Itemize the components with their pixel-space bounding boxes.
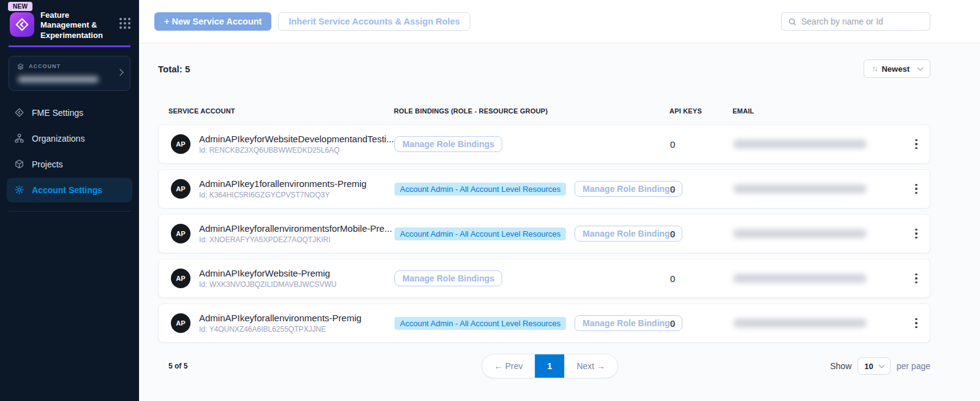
account-name-redacted: [18, 76, 99, 83]
kebab-menu-icon[interactable]: [911, 136, 921, 153]
sidebar-item-account-settings[interactable]: Account Settings: [7, 178, 132, 202]
service-account-id: Id: K364HIC5RI6GZGYCPVST7NOQ3Y: [199, 191, 366, 199]
per-page-label: per page: [897, 361, 930, 371]
column-api-keys: API KEYS: [657, 107, 733, 115]
sidebar: NEW Feature Management & Experimentation…: [0, 0, 139, 401]
sidebar-item-organizations[interactable]: Organizations: [7, 126, 132, 151]
service-account-id: Id: RENCKBZ3XQ6UBBWWEDKD25L6AQ: [199, 146, 394, 155]
service-account-id: Id: Y4OUNXZ46A6IBL6255QTPXJJNE: [199, 325, 361, 334]
api-keys-count: 0: [657, 139, 733, 150]
sidebar-nav: FME SettingsOrganizationsProjectsAccount…: [0, 101, 139, 202]
email-redacted: [733, 140, 867, 148]
brand-header: NEW Feature Management & Experimentation: [0, 0, 139, 40]
api-keys-count: 0: [657, 318, 733, 329]
show-label: Show: [830, 361, 851, 371]
service-account-name[interactable]: AdminAPIkeyforWebsite-Premig: [199, 268, 336, 278]
account-label: ACCOUNT: [29, 63, 61, 69]
search-icon: [788, 17, 797, 26]
column-role-bindings: ROLE BINDINGS (ROLE - RESOURCE GROUP): [394, 107, 657, 115]
role-binding-badge: Account Admin - All Account Level Resour…: [394, 183, 566, 196]
main-panel: + New Service Account Inherit Service Ac…: [139, 0, 980, 401]
org-chart-icon: [14, 133, 24, 143]
role-binding-badge: Account Admin - All Account Level Resour…: [394, 317, 566, 330]
email-redacted: [733, 185, 867, 193]
table-row: AP AdminAPIkeyforallenvironmentsforMobil…: [158, 214, 930, 253]
api-keys-count: 0: [657, 184, 733, 194]
api-keys-count: 0: [657, 229, 733, 239]
prev-page-button[interactable]: ← Prev: [482, 361, 535, 371]
service-account-name[interactable]: AdminAPIkeyforallenvironmentsforMobile-P…: [199, 223, 392, 234]
email-cell: [733, 229, 903, 238]
service-account-name[interactable]: AdminAPIkeyforWebsiteDevelopmentandTesti…: [199, 134, 394, 144]
sidebar-item-fme-settings[interactable]: FME Settings: [7, 101, 132, 125]
service-account-id: Id: XNOERAFYYA5XPDEZ7AOQTJKIRI: [199, 235, 392, 244]
new-badge: NEW: [8, 2, 32, 11]
sidebar-item-projects[interactable]: Projects: [7, 152, 132, 177]
kebab-menu-icon[interactable]: [911, 180, 921, 198]
current-page-button[interactable]: 1: [535, 354, 564, 378]
search-input[interactable]: [801, 17, 924, 26]
manage-role-bindings-button[interactable]: Manage Role Bindings: [394, 136, 502, 152]
total-count: Total: 5: [158, 64, 190, 74]
sidebar-item-label: Account Settings: [32, 185, 102, 195]
fme-logo-icon: [10, 12, 34, 37]
service-account-name[interactable]: AdminAPIkeyforallenvironments-Premig: [199, 313, 361, 323]
next-page-button[interactable]: Next →: [564, 361, 617, 371]
layers-icon: [17, 63, 24, 71]
sort-value: Newest: [881, 64, 910, 74]
table-header: SERVICE ACCOUNT ROLE BINDINGS (ROLE - RE…: [158, 107, 930, 115]
sidebar-item-label: Organizations: [32, 134, 85, 143]
search-box: [781, 12, 930, 31]
sidebar-divider: [9, 211, 130, 212]
kebab-menu-icon[interactable]: [911, 270, 921, 288]
sidebar-item-label: Projects: [32, 159, 63, 169]
avatar: AP: [171, 134, 190, 154]
app-title: Feature Management & Experimentation: [40, 10, 113, 40]
page-size-dropdown[interactable]: 10: [858, 357, 890, 375]
table-body: AP AdminAPIkeyforWebsiteDevelopmentandTe…: [158, 124, 930, 343]
table-row: AP AdminAPIkey1forallenvironments-Premig…: [158, 169, 930, 208]
account-selector[interactable]: ACCOUNT: [9, 56, 130, 91]
split-diamond-icon: [14, 107, 24, 118]
avatar: AP: [171, 313, 190, 333]
email-cell: [733, 319, 903, 327]
email-redacted: [733, 319, 867, 327]
service-account-id: Id: WXK3NVOJBQZILIDMAVBJWCSVWU: [199, 280, 336, 289]
api-keys-count: 0: [657, 273, 733, 284]
email-redacted: [733, 274, 867, 283]
email-cell: [733, 185, 903, 193]
result-count: 5 of 5: [158, 362, 187, 370]
page-size-value: 10: [864, 362, 873, 371]
cube-icon: [14, 159, 24, 169]
column-email: EMAIL: [733, 107, 903, 115]
email-cell: [733, 274, 903, 283]
table-footer: 5 of 5 ← Prev 1 Next → Show 10 per page: [158, 357, 930, 375]
table-row: AP AdminAPIkeyforWebsiteDevelopmentandTe…: [158, 124, 930, 164]
app-switcher-grid-icon[interactable]: [119, 18, 130, 29]
sidebar-item-label: FME Settings: [32, 108, 83, 118]
table-row: AP AdminAPIkeyforWebsite-Premig Id: WXK3…: [158, 259, 930, 298]
sort-dropdown[interactable]: ↑↓ Newest: [864, 59, 930, 78]
column-service-account: SERVICE ACCOUNT: [158, 107, 394, 115]
avatar: AP: [171, 179, 190, 199]
content-area: Total: 5 ↑↓ Newest SERVICE ACCOUNT ROLE …: [139, 44, 980, 401]
table-row: AP AdminAPIkeyforallenvironments-Premig …: [158, 304, 930, 343]
email-cell: [733, 140, 903, 148]
chevron-down-icon: [918, 65, 924, 71]
manage-role-bindings-button[interactable]: Manage Role Bindings: [394, 270, 502, 286]
brand-accent-divider: [9, 45, 130, 47]
avatar: AP: [171, 224, 190, 243]
email-redacted: [733, 229, 867, 238]
pagination: ← Prev 1 Next →: [481, 354, 618, 378]
gear-icon: [14, 185, 24, 195]
service-account-name[interactable]: AdminAPIkey1forallenvironments-Premig: [199, 178, 366, 189]
kebab-menu-icon[interactable]: [911, 225, 921, 243]
kebab-menu-icon[interactable]: [911, 315, 921, 332]
sort-arrows-icon: ↑↓: [872, 64, 876, 73]
chevron-down-icon: [878, 362, 884, 369]
inherit-service-accounts-button[interactable]: Inherit Service Accounts & Assign Roles: [278, 12, 470, 31]
action-toolbar: + New Service Account Inherit Service Ac…: [139, 0, 980, 44]
new-service-account-button[interactable]: + New Service Account: [154, 12, 271, 31]
avatar: AP: [171, 269, 190, 288]
role-binding-badge: Account Admin - All Account Level Resour…: [394, 227, 566, 240]
